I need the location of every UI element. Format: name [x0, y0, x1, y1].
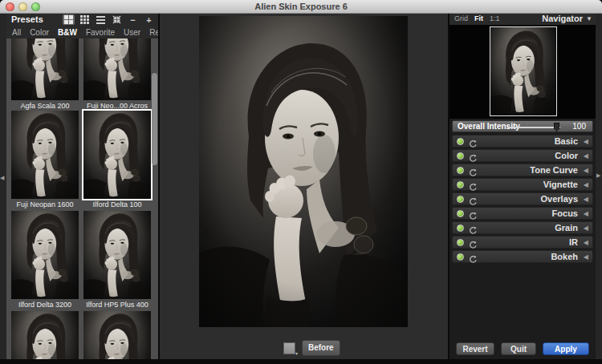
navigator-thumbnail[interactable]: [490, 26, 557, 116]
enable-toggle[interactable]: [457, 181, 464, 188]
expand-arrow-icon[interactable]: ◀: [584, 167, 588, 174]
reset-icon[interactable]: [469, 195, 478, 204]
section-vignette[interactable]: Vignette ◀: [452, 178, 593, 191]
tab-user[interactable]: User: [124, 28, 140, 37]
preset-thumbnail[interactable]: [83, 38, 151, 100]
section-label: Vignette: [543, 180, 578, 189]
reset-icon[interactable]: [469, 224, 478, 233]
reset-icon[interactable]: [469, 238, 478, 247]
section-label: Color: [555, 151, 578, 160]
list-view-icon[interactable]: [95, 14, 107, 25]
reset-icon[interactable]: [469, 253, 478, 261]
reset-icon[interactable]: [469, 166, 478, 175]
enable-toggle[interactable]: [457, 239, 464, 246]
titlebar: Alien Skin Exposure 6: [0, 0, 602, 14]
expand-arrow-icon[interactable]: ◀: [584, 239, 588, 246]
preset-item[interactable]: Agfa Scala 200: [11, 38, 79, 110]
intensity-slider-thumb[interactable]: [554, 123, 559, 131]
tab-bw[interactable]: B&W: [58, 28, 77, 37]
navigator-header: Grid Fit 1:1 Navigator ▼: [449, 14, 596, 25]
thumbnails-large-grid-icon[interactable]: [63, 14, 75, 25]
section-tone-curve[interactable]: Tone Curve ◀: [452, 164, 593, 176]
enable-toggle[interactable]: [457, 196, 464, 203]
zoom-fit[interactable]: Fit: [474, 14, 483, 22]
expand-arrow-icon[interactable]: ◀: [584, 224, 588, 232]
tab-all[interactable]: All: [12, 28, 21, 37]
background-color-swatch[interactable]: [283, 342, 295, 354]
remove-preset-icon[interactable]: −: [127, 14, 139, 25]
add-preset-icon[interactable]: +: [143, 14, 155, 25]
preset-label: Fuji Neopan 1600: [11, 199, 79, 208]
zoom-1-1[interactable]: 1:1: [490, 14, 500, 22]
app-window: Alien Skin Exposure 6 ◀ ▶ Presets: [0, 0, 602, 364]
expand-arrow-icon[interactable]: ◀: [584, 196, 588, 203]
right-panel: Grid Fit 1:1 Navigator ▼ Overall Intensi…: [449, 14, 596, 359]
navigator-dropdown-icon[interactable]: ▼: [586, 15, 592, 22]
tab-favorite[interactable]: Favorite: [86, 28, 115, 37]
reset-icon[interactable]: [469, 152, 478, 160]
scrollbar-thumb[interactable]: [152, 73, 157, 165]
preset-scrollbar[interactable]: [152, 38, 157, 359]
expand-arrow-icon[interactable]: ◀: [584, 152, 588, 160]
section-bokeh[interactable]: Bokeh ◀: [452, 250, 593, 263]
reset-icon[interactable]: [469, 137, 478, 146]
section-label: Bokeh: [551, 252, 578, 261]
preset-item[interactable]: Ilford Delta 3200: [11, 211, 79, 309]
preview-image[interactable]: [199, 16, 408, 327]
preset-item[interactable]: [11, 311, 79, 359]
collapse-left-panel-icon[interactable]: ◀: [0, 175, 4, 181]
reset-icon[interactable]: [469, 209, 478, 218]
preset-thumbnail[interactable]: [11, 211, 79, 299]
zoom-grid[interactable]: Grid: [454, 14, 468, 22]
enable-toggle[interactable]: [457, 167, 464, 174]
preset-thumbnail[interactable]: [11, 111, 79, 199]
right-panel-collapse-strip[interactable]: ▶: [596, 14, 602, 359]
enable-toggle[interactable]: [457, 152, 464, 160]
tab-color[interactable]: Color: [30, 28, 49, 37]
presets-header: Presets − +: [6, 14, 158, 26]
navigator-view: [449, 25, 596, 119]
expand-arrow-icon[interactable]: ◀: [584, 210, 588, 217]
intensity-slider-track[interactable]: [507, 127, 560, 128]
enable-toggle[interactable]: [457, 210, 464, 217]
section-ir[interactable]: IR ◀: [452, 236, 593, 249]
section-label: IR: [569, 237, 578, 247]
collapse-all-icon[interactable]: [111, 14, 123, 25]
section-focus[interactable]: Focus ◀: [452, 207, 593, 220]
preset-item[interactable]: Ilford HP5 Plus 400: [83, 211, 151, 309]
expand-arrow-icon[interactable]: ◀: [584, 253, 588, 261]
section-overlays[interactable]: Overlays ◀: [452, 192, 593, 205]
enable-toggle[interactable]: [457, 253, 464, 261]
before-button[interactable]: Before: [302, 340, 340, 356]
collapse-right-panel-icon[interactable]: ▶: [596, 172, 600, 179]
presets-toolbar: − +: [63, 14, 155, 26]
preset-label: Agfa Scala 200: [11, 100, 79, 110]
preset-thumbnail[interactable]: [11, 311, 79, 359]
preset-thumbnail[interactable]: [83, 311, 151, 359]
preset-thumbnail[interactable]: [83, 211, 151, 299]
preset-thumbnail[interactable]: [83, 111, 151, 199]
preset-item-selected[interactable]: Ilford Delta 100: [83, 111, 151, 208]
section-label: Basic: [555, 136, 578, 146]
swatch-dropdown-icon[interactable]: ▾: [295, 350, 298, 356]
expand-arrow-icon[interactable]: ◀: [584, 138, 588, 145]
quit-button[interactable]: Quit: [501, 342, 536, 355]
window-title: Alien Skin Exposure 6: [0, 2, 602, 11]
reset-icon[interactable]: [469, 180, 478, 189]
left-panel-collapse-strip[interactable]: ◀: [0, 14, 6, 359]
enable-toggle[interactable]: [457, 224, 464, 232]
preset-item[interactable]: Fuji Neopan 1600: [11, 111, 79, 208]
section-basic[interactable]: Basic ◀: [452, 135, 593, 148]
section-color[interactable]: Color ◀: [452, 149, 593, 162]
expand-arrow-icon[interactable]: ◀: [584, 181, 588, 188]
preset-thumbnail[interactable]: [11, 38, 79, 100]
thumbnails-small-grid-icon[interactable]: [79, 14, 91, 25]
preview-canvas: ▾ Before: [158, 14, 449, 359]
revert-button[interactable]: Revert: [456, 342, 494, 355]
apply-button[interactable]: Apply: [543, 342, 589, 355]
preset-item[interactable]: [83, 311, 151, 359]
section-grain[interactable]: Grain ◀: [452, 221, 593, 234]
preset-item[interactable]: Fuji Neo...00 Acros: [83, 38, 151, 110]
overall-intensity-row: Overall Intensity 100: [452, 120, 593, 132]
enable-toggle[interactable]: [457, 138, 464, 145]
